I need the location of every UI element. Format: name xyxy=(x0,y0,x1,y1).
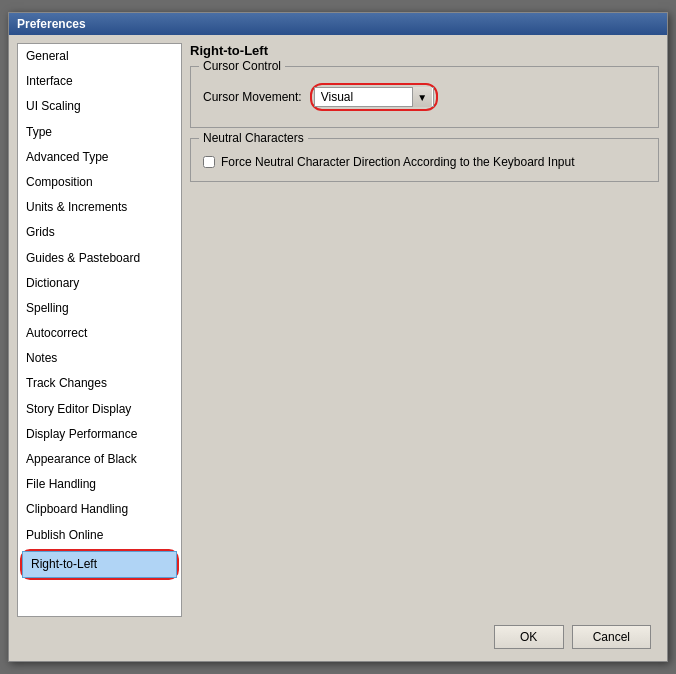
sidebar-item-appearance-of-black[interactable]: Appearance of Black xyxy=(18,447,181,472)
sidebar-item-composition[interactable]: Composition xyxy=(18,170,181,195)
neutral-group-title: Neutral Characters xyxy=(199,131,308,145)
sidebar-item-right-to-left[interactable]: Right-to-Left xyxy=(22,551,177,578)
sidebar-item-file-handling[interactable]: File Handling xyxy=(18,472,181,497)
main-panel: Right-to-Left Cursor Control Cursor Move… xyxy=(190,43,659,617)
sidebar-item-spelling[interactable]: Spelling xyxy=(18,296,181,321)
cursor-movement-label: Cursor Movement: xyxy=(203,90,302,104)
sidebar-item-general[interactable]: General xyxy=(18,44,181,69)
sidebar-item-dictionary[interactable]: Dictionary xyxy=(18,271,181,296)
sidebar-item-interface[interactable]: Interface xyxy=(18,69,181,94)
ok-button[interactable]: OK xyxy=(494,625,564,649)
preferences-dialog: Preferences GeneralInterfaceUI ScalingTy… xyxy=(8,12,668,662)
cursor-control-group: Cursor Control Cursor Movement: Visual L… xyxy=(190,66,659,128)
panel-title: Right-to-Left xyxy=(190,43,659,58)
sidebar-active-highlight: Right-to-Left xyxy=(20,549,179,580)
cursor-movement-highlight: Visual Logical ▼ xyxy=(310,83,438,111)
sidebar-item-advanced-type[interactable]: Advanced Type xyxy=(18,145,181,170)
cursor-movement-wrapper: Visual Logical ▼ xyxy=(314,87,434,107)
cursor-group-content: Cursor Movement: Visual Logical ▼ xyxy=(203,83,646,111)
neutral-characters-group: Neutral Characters Force Neutral Charact… xyxy=(190,138,659,182)
sidebar: GeneralInterfaceUI ScalingTypeAdvanced T… xyxy=(17,43,182,617)
cursor-group-title: Cursor Control xyxy=(199,59,285,73)
sidebar-item-clipboard-handling[interactable]: Clipboard Handling xyxy=(18,497,181,522)
neutral-checkbox-row: Force Neutral Character Direction Accord… xyxy=(203,155,646,169)
sidebar-item-ui-scaling[interactable]: UI Scaling xyxy=(18,94,181,119)
sidebar-item-notes[interactable]: Notes xyxy=(18,346,181,371)
cancel-button[interactable]: Cancel xyxy=(572,625,651,649)
sidebar-item-track-changes[interactable]: Track Changes xyxy=(18,371,181,396)
sidebar-item-guides---pasteboard[interactable]: Guides & Pasteboard xyxy=(18,246,181,271)
neutral-checkbox-label: Force Neutral Character Direction Accord… xyxy=(221,155,575,169)
neutral-group-content: Force Neutral Character Direction Accord… xyxy=(203,155,646,169)
neutral-checkbox[interactable] xyxy=(203,156,215,168)
cursor-movement-select[interactable]: Visual Logical xyxy=(314,87,434,107)
dialog-content: GeneralInterfaceUI ScalingTypeAdvanced T… xyxy=(17,43,659,617)
sidebar-item-story-editor-display[interactable]: Story Editor Display xyxy=(18,397,181,422)
sidebar-item-display-performance[interactable]: Display Performance xyxy=(18,422,181,447)
cursor-movement-row: Cursor Movement: Visual Logical ▼ xyxy=(203,83,646,111)
dialog-titlebar: Preferences xyxy=(9,13,667,35)
sidebar-item-grids[interactable]: Grids xyxy=(18,220,181,245)
sidebar-item-publish-online[interactable]: Publish Online xyxy=(18,523,181,548)
dialog-body: GeneralInterfaceUI ScalingTypeAdvanced T… xyxy=(9,35,667,661)
dialog-footer: OK Cancel xyxy=(17,617,659,653)
sidebar-item-units---increments[interactable]: Units & Increments xyxy=(18,195,181,220)
dialog-title: Preferences xyxy=(17,17,86,31)
sidebar-item-type[interactable]: Type xyxy=(18,120,181,145)
sidebar-item-autocorrect[interactable]: Autocorrect xyxy=(18,321,181,346)
